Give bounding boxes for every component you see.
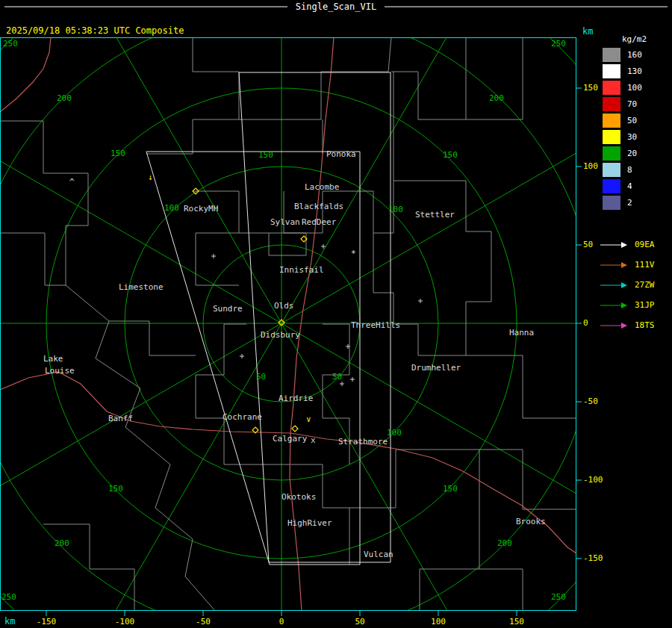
scale-item: 8 (602, 161, 642, 178)
scale-item: 70 (602, 96, 642, 112)
radial-line (281, 323, 644, 532)
radial-line (72, 323, 281, 628)
site-id-label: 111V (635, 260, 655, 270)
county-boundary (269, 191, 306, 255)
site-id-label: 09EA (635, 240, 655, 249)
scale-value: 70 (627, 99, 637, 109)
site-arrow-icon (600, 282, 627, 289)
scale-value: 4 (627, 181, 632, 191)
town-marker-icon (211, 254, 216, 258)
town-marker-icon (418, 299, 423, 303)
scale-color-swatch (602, 113, 621, 128)
county-boundary (0, 233, 66, 285)
radar-site-diamond-icon (292, 426, 298, 432)
scale-item: 30 (602, 128, 642, 145)
scale-value: 100 (627, 83, 642, 93)
highway-line (290, 433, 576, 553)
town-marker-icon (350, 377, 355, 382)
scale-value: 160 (627, 50, 642, 60)
highway-line (0, 37, 51, 112)
radial-line (281, 323, 491, 628)
scale-item: 50 (602, 112, 642, 128)
county-boundary (479, 450, 576, 509)
scale-value: 2 (627, 198, 632, 208)
site-arrow-icon (600, 322, 627, 329)
scale-value: 130 (627, 66, 642, 76)
county-boundary (479, 569, 523, 611)
scale-color-swatch (602, 96, 621, 112)
scale-item: 2 (602, 194, 642, 211)
county-boundary (43, 524, 134, 611)
county-boundary (373, 181, 466, 355)
county-boundary (391, 37, 466, 119)
scale-color-swatch (602, 162, 621, 178)
legend-site-18ts: 18TS (600, 315, 655, 335)
county-boundary (196, 324, 246, 464)
scale-color-swatch (602, 129, 621, 145)
site-arrow-icon (600, 241, 627, 249)
scale-item: 100 (602, 79, 642, 96)
scale-value: 30 (627, 132, 637, 142)
scale-value: 50 (627, 116, 637, 125)
scale-item: 4 (602, 178, 642, 194)
site-arrow-icon (600, 302, 627, 309)
site-arrow-icon (600, 261, 627, 269)
legend-site-111v: 111V (600, 255, 655, 275)
county-boundary (349, 450, 396, 508)
scale-color-swatch (602, 63, 621, 79)
scale-item: 20 (602, 145, 642, 161)
county-boundary (146, 37, 239, 154)
county-boundary (0, 121, 88, 285)
legend-site-27zw: 27ZW (600, 275, 655, 295)
radial-line (0, 323, 281, 532)
scan-area-outline (239, 72, 391, 562)
scale-value: 8 (627, 165, 632, 175)
county-boundary (66, 285, 215, 611)
radial-line (72, 0, 281, 323)
scale-item: 130 (602, 63, 642, 79)
radial-line (281, 114, 644, 323)
scale-color-swatch (602, 47, 621, 63)
county-boundary (393, 72, 576, 418)
town-marker-icon (240, 354, 244, 358)
bottom-axis-unit: km (4, 617, 15, 626)
scale-color-swatch (602, 80, 621, 96)
radar-site-legend: 09EA111V27ZW31JP18TS (600, 234, 655, 335)
scale-color-swatch (602, 195, 621, 211)
county-boundary (323, 324, 349, 464)
map-layers (0, 0, 672, 628)
site-id-label: 18TS (635, 320, 655, 330)
county-boundary (109, 321, 196, 355)
window-title: Single_Scan_VIL (0, 1, 672, 12)
scale-value: 20 (627, 149, 637, 158)
town-marker-icon (340, 382, 344, 386)
radial-line (281, 0, 491, 323)
site-id-label: 27ZW (635, 280, 655, 290)
county-boundary (239, 191, 373, 233)
legend-site-31jp: 31JP (600, 295, 655, 315)
county-boundary (466, 37, 523, 119)
scale-item: 160 (602, 46, 642, 63)
scale-unit-label: kg/m2 (622, 35, 647, 43)
vil-color-scale: 16013010070503020842 (602, 46, 642, 211)
county-boundary (239, 37, 391, 119)
radar-viewer-window: PonokaLacombeBlackfaldsSylvanRedDeerStet… (0, 0, 672, 628)
scale-color-swatch (602, 178, 621, 194)
scale-color-swatch (602, 146, 621, 161)
right-axis-unit: km (582, 27, 593, 36)
legend-site-09ea: 09EA (600, 234, 655, 255)
highway-line (0, 372, 290, 433)
scan-timestamp: 2025/09/18 05:38:23 UTC Composite (6, 26, 184, 36)
site-id-label: 31JP (635, 300, 655, 310)
radar-map-canvas[interactable] (0, 0, 672, 628)
